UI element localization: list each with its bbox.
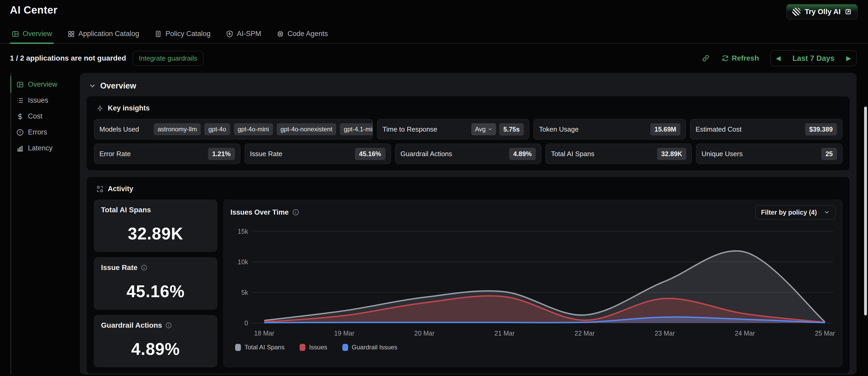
chip-icon [276,30,284,38]
metric-value: $39.389 [805,123,837,136]
sidebar-active-indicator [10,76,11,93]
refresh-button[interactable]: Refresh [721,54,759,62]
stat-label: Guardrail Actions [101,321,162,329]
stat-card-issue-rate: Issue Rate 45.16% [94,257,217,310]
metric-card-issue-rate: Issue Rate 45.16% [245,144,391,164]
metric-value: 4.89% [509,148,536,160]
legend-label: Issues [309,344,327,351]
stat-card-guardrail-actions: Guardrail Actions 4.89% [94,315,217,367]
refresh-icon [721,54,729,62]
range-prev-arrow[interactable]: ◀ [776,55,781,61]
metric-card-models-used: Models Used astronomy-llm gpt-4o gpt-4o-… [94,119,373,139]
metric-label: Guardrail Actions [401,150,452,158]
metric-label: Time to Response [382,125,437,134]
date-range-selector[interactable]: ◀ Last 7 Days ▶ [770,50,857,66]
guard-alert-text: 1 / 2 applications are not guarded [10,54,126,62]
metric-label: Unique Users [702,150,743,158]
legend-label: Total AI Spans [245,344,284,351]
aggregation-dropdown[interactable]: Avg [471,123,496,135]
tab-ai-spm[interactable]: AI-SPM [226,30,261,43]
legend-item[interactable]: Issues [300,344,327,351]
info-icon[interactable] [141,264,148,271]
overview-section-header[interactable]: Overview [87,79,850,96]
sidebar-item-issues[interactable]: Issues [16,92,80,108]
metric-label: Total AI Spans [551,150,594,158]
legend-swatch [342,344,348,351]
stat-value: 4.89% [101,340,210,359]
issues-over-time-chart: 05k10k15k18 Mar19 Mar20 Mar21 Mar22 Mar2… [230,222,835,342]
integrate-guardrails-button[interactable]: Integrate guardrails [133,51,203,66]
olly-logo-icon [792,7,801,16]
chevron-down-icon [824,209,830,215]
svg-text:10k: 10k [238,258,248,265]
svg-text:18 Mar: 18 Mar [254,329,275,337]
metric-card-estimated-cost: Estimated Cost $39.389 [690,119,842,139]
metric-card-error-rate: Error Rate 1.21% [94,144,240,164]
metric-card-time-to-response: Time to Response Avg 5.75s [377,119,529,139]
list-icon [16,96,24,105]
metric-label: Error Rate [99,150,131,158]
try-olly-ai-button[interactable]: Try Olly AI [786,4,858,19]
svg-text:21 Mar: 21 Mar [495,329,515,337]
svg-text:20 Mar: 20 Mar [414,329,435,337]
svg-text:5k: 5k [241,289,248,296]
stat-value: 32.89K [101,224,210,243]
dollar-icon [16,113,24,120]
chevron-down-icon [488,127,492,132]
stat-label: Issue Rate [101,263,137,272]
model-chip: gpt-4o [204,123,230,135]
info-icon[interactable] [292,209,299,216]
sidebar-item-overview[interactable]: Overview [16,77,80,92]
top-header: AI Center Try Olly AI [0,0,868,19]
copy-link-icon[interactable] [702,54,710,62]
legend-item[interactable]: Guardrail Issues [342,344,398,351]
policy-catalog-icon [154,30,162,38]
stat-card-total-ai-spans: Total AI Spans 32.89K [94,200,217,252]
sidebar-item-latency[interactable]: Latency [16,140,80,156]
metric-value: 1.21% [208,148,235,160]
activity-title: Activity [108,185,133,193]
metric-value: 25 [821,148,837,160]
tab-code-agents[interactable]: Code Agents [276,30,328,43]
tab-policy-catalog[interactable]: Policy Catalog [154,30,211,43]
model-chip: gpt-4o-nonexistent [277,123,336,135]
toolbar: 1 / 2 applications are not guarded Integ… [0,44,868,66]
model-chip: astronomy-llm [154,123,201,135]
metric-label: Issue Rate [250,150,282,158]
tab-overview[interactable]: Overview [11,30,52,43]
svg-text:0: 0 [245,319,248,327]
activity-card: Activity Total AI Spans 32.89K Issue Rat… [87,177,850,373]
scrollbar-thumb[interactable] [864,107,867,315]
svg-text:25 Mar: 25 Mar [815,329,835,337]
range-next-arrow[interactable]: ▶ [846,55,851,61]
external-link-icon [845,8,851,15]
scrollbar-track [864,0,867,376]
overview-icon [16,81,24,88]
shield-icon [226,30,234,38]
try-olly-ai-label: Try Olly AI [805,7,841,16]
metric-value: 32.89K [657,148,687,160]
section-title: Overview [100,81,136,91]
sidebar: Overview Issues Cost Errors Latency [10,73,80,375]
model-chip: gpt-4.1-mini [340,123,373,135]
main-tabs: Overview Application Catalog Policy Cata… [0,30,868,44]
stat-value: 45.16% [101,282,210,301]
filter-by-policy-dropdown[interactable]: Filter by policy (4) [755,205,835,219]
svg-text:15k: 15k [238,227,248,235]
svg-text:22 Mar: 22 Mar [575,329,595,337]
chart-title: Issues Over Time [230,208,289,216]
tab-application-catalog[interactable]: Application Catalog [67,30,140,43]
sidebar-item-cost[interactable]: Cost [16,108,80,124]
app-catalog-icon [67,30,75,38]
legend-swatch [235,344,241,351]
sidebar-item-errors[interactable]: Errors [16,124,80,140]
legend-item[interactable]: Total AI Spans [235,344,284,351]
svg-text:23 Mar: 23 Mar [655,329,675,337]
legend-label: Guardrail Issues [352,344,398,351]
metric-value: 5.75s [499,123,524,136]
issues-over-time-chart-card: Issues Over Time Filter by policy (4) 05… [223,200,842,367]
overview-icon [11,30,19,38]
info-icon[interactable] [165,322,172,329]
page-title: AI Center [10,4,57,16]
activity-icon [96,185,104,193]
